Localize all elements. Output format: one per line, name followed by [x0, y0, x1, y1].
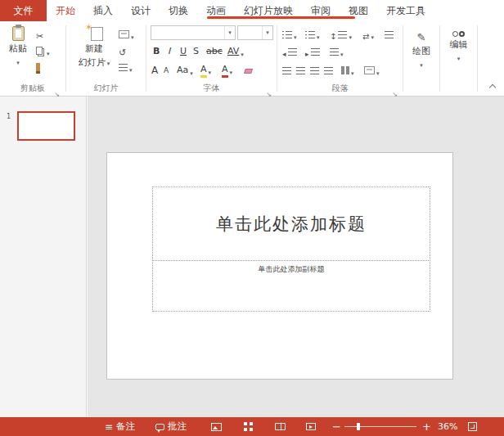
bullets-dropdown-arrow[interactable] — [294, 27, 297, 43]
editing-button[interactable]: 编辑 — [443, 31, 474, 63]
collapse-ribbon-button[interactable] — [489, 83, 496, 89]
change-case-button[interactable]: Aa — [177, 64, 193, 77]
text-direction-icon — [362, 27, 369, 43]
font-color-dropdown-arrow[interactable] — [230, 62, 233, 78]
bold-button[interactable]: B — [153, 45, 160, 58]
zoom-slider-thumb[interactable] — [357, 423, 360, 430]
font-size-dropdown-arrow[interactable] — [262, 26, 272, 39]
new-slide-label-line1: 新建 — [85, 43, 103, 55]
paste-dropdown-arrow[interactable] — [16, 56, 20, 67]
numbering-button[interactable] — [305, 28, 320, 41]
copy-dropdown-arrow[interactable] — [47, 43, 50, 59]
slide-canvas[interactable]: 单击此处添加标题 单击此处添加副标题 — [106, 152, 453, 380]
format-painter-button[interactable] — [36, 61, 40, 74]
layout-button[interactable] — [119, 28, 134, 41]
character-spacing-button[interactable]: AV — [227, 45, 244, 58]
new-slide-dropdown-arrow[interactable] — [107, 57, 110, 68]
zoom-in-button[interactable]: + — [422, 417, 431, 436]
section-button[interactable] — [119, 61, 133, 74]
font-name-dropdown-arrow[interactable] — [224, 26, 235, 39]
new-slide-button[interactable]: 新建 幻灯片 — [74, 25, 114, 69]
reading-view-button[interactable] — [275, 417, 286, 436]
slideshow-view-button[interactable] — [306, 417, 316, 436]
indent-increase-button[interactable] — [305, 45, 320, 58]
indent-decrease-button[interactable] — [282, 45, 297, 58]
zoom-level[interactable]: 36% — [438, 417, 457, 436]
bullets-button[interactable] — [282, 28, 297, 41]
text-direction-button[interactable] — [362, 28, 374, 41]
cut-button[interactable] — [36, 28, 43, 41]
tab-home[interactable]: 开始 — [47, 0, 84, 21]
convert-smartart-button[interactable] — [364, 64, 380, 77]
paste-button[interactable]: 粘贴 — [5, 26, 31, 67]
slideshow-icon — [306, 423, 316, 430]
file-tab[interactable]: 文件 — [0, 0, 47, 21]
numbering-dropdown-arrow[interactable] — [317, 27, 320, 43]
grow-font-button[interactable]: A — [151, 64, 158, 77]
clear-formatting-button[interactable] — [245, 65, 252, 78]
section-dropdown-arrow[interactable] — [129, 60, 133, 75]
title-placeholder[interactable]: 单击此处添加标题 — [152, 187, 430, 261]
justify-button[interactable] — [324, 64, 333, 77]
comments-button[interactable]: 批注 — [155, 417, 187, 436]
shrink-font-button[interactable]: A — [164, 64, 169, 77]
comments-label: 批注 — [168, 420, 187, 433]
normal-view-button[interactable] — [211, 417, 222, 436]
format-painter-icon — [36, 63, 40, 71]
reset-button[interactable] — [119, 44, 126, 57]
comment-icon — [155, 424, 164, 430]
text-highlight-dropdown-arrow[interactable] — [209, 62, 212, 78]
drawing-dropdown-arrow[interactable] — [420, 59, 423, 70]
subtitle-placeholder[interactable]: 单击此处添加副标题 — [152, 260, 430, 312]
paragraph-spacing-button[interactable] — [330, 45, 344, 58]
normal-view-icon — [211, 423, 222, 431]
zoom-slider-track[interactable] — [344, 417, 416, 436]
line-spacing-icon — [330, 27, 336, 43]
fit-to-window-button[interactable] — [468, 417, 477, 436]
italic-button[interactable]: I — [168, 45, 170, 58]
ribbon: 粘贴 剪贴板 新建 幻灯片 — [0, 21, 504, 97]
slide-sorter-view-button[interactable] — [244, 417, 253, 436]
editing-dropdown-arrow[interactable] — [457, 52, 461, 63]
notes-button[interactable]: 备注 — [105, 417, 135, 436]
align-text-button[interactable] — [385, 28, 394, 41]
underline-button[interactable]: U — [180, 45, 187, 58]
smartart-dropdown-arrow[interactable] — [376, 63, 380, 79]
columns-button[interactable] — [341, 64, 354, 77]
columns-dropdown-arrow[interactable] — [351, 63, 354, 79]
tab-transitions[interactable]: 切换 — [160, 0, 197, 21]
tab-developer[interactable]: 开发工具 — [377, 0, 434, 21]
zoom-out-button[interactable]: − — [332, 417, 341, 436]
change-case-dropdown-arrow[interactable] — [190, 63, 193, 79]
zoom-slider[interactable] — [344, 417, 416, 436]
font-name-value[interactable] — [151, 26, 224, 39]
strikethrough-button[interactable]: abc — [206, 45, 223, 58]
align-text-icon — [385, 31, 394, 38]
text-direction-dropdown-arrow[interactable] — [371, 27, 374, 43]
copy-button[interactable] — [36, 44, 50, 57]
font-dialog-launcher[interactable] — [264, 84, 273, 93]
font-name-combo[interactable] — [151, 25, 236, 40]
font-size-value[interactable] — [238, 26, 262, 39]
font-color-button[interactable]: A — [222, 63, 232, 76]
editing-group: 编辑 — [440, 21, 477, 96]
font-size-combo[interactable] — [237, 25, 273, 40]
paragraph-dialog-launcher[interactable] — [390, 84, 399, 93]
line-spacing-dropdown-arrow[interactable] — [349, 27, 352, 43]
align-center-button[interactable] — [296, 64, 305, 77]
drawing-button[interactable]: 绘图 — [407, 31, 436, 70]
text-shadow-button[interactable]: S — [193, 45, 199, 58]
text-highlight-button[interactable]: A — [200, 63, 211, 76]
tab-insert[interactable]: 插入 — [84, 0, 122, 21]
character-spacing-dropdown-arrow[interactable] — [241, 44, 244, 60]
clipboard-dialog-launcher[interactable] — [52, 84, 61, 93]
line-spacing-button[interactable] — [330, 28, 352, 41]
slide-thumbnail[interactable] — [17, 111, 75, 141]
align-left-icon — [282, 67, 291, 74]
tab-design[interactable]: 设计 — [122, 0, 160, 21]
align-right-button[interactable] — [310, 64, 319, 77]
layout-dropdown-arrow[interactable] — [131, 27, 134, 43]
group-divider — [477, 25, 478, 92]
paragraph-spacing-dropdown-arrow[interactable] — [340, 44, 344, 60]
align-left-button[interactable] — [282, 64, 291, 77]
